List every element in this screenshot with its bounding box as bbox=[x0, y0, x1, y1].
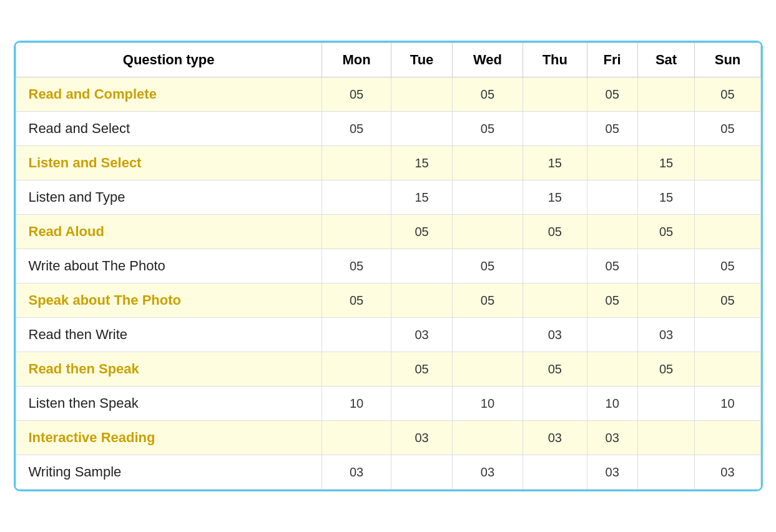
cell-3-thu: 15 bbox=[523, 180, 587, 215]
cell-9-tue bbox=[391, 387, 453, 421]
cell-2-mon bbox=[322, 146, 391, 180]
cell-0-mon: 05 bbox=[322, 77, 391, 112]
cell-1-thu bbox=[523, 112, 587, 146]
cell-8-tue: 05 bbox=[391, 352, 453, 387]
header-sat: Sat bbox=[637, 43, 695, 77]
question-type-label: Interactive Reading bbox=[16, 421, 322, 455]
cell-1-fri: 05 bbox=[587, 112, 637, 146]
cell-10-thu: 03 bbox=[523, 421, 587, 455]
table-row: Writing Sample03030303 bbox=[16, 455, 760, 490]
cell-1-sat bbox=[637, 112, 695, 146]
question-type-label: Read and Select bbox=[16, 112, 322, 146]
cell-2-tue: 15 bbox=[391, 146, 453, 180]
question-type-label: Listen then Speak bbox=[16, 387, 322, 421]
cell-4-sat: 05 bbox=[637, 215, 695, 249]
cell-7-tue: 03 bbox=[391, 318, 453, 352]
cell-4-fri bbox=[587, 215, 637, 249]
cell-6-mon: 05 bbox=[322, 283, 391, 318]
question-type-label: Read Aloud bbox=[16, 215, 322, 249]
header-wed: Wed bbox=[452, 43, 523, 77]
cell-7-fri bbox=[587, 318, 637, 352]
question-type-label: Writing Sample bbox=[16, 455, 322, 490]
cell-8-thu: 05 bbox=[523, 352, 587, 387]
cell-8-fri bbox=[587, 352, 637, 387]
cell-3-sun bbox=[695, 180, 760, 215]
cell-10-wed bbox=[452, 421, 523, 455]
cell-6-wed: 05 bbox=[452, 283, 523, 318]
cell-0-wed: 05 bbox=[452, 77, 523, 112]
header-question-type: Question type bbox=[16, 43, 322, 77]
cell-2-fri bbox=[587, 146, 637, 180]
cell-6-thu bbox=[523, 283, 587, 318]
cell-11-thu bbox=[523, 455, 587, 490]
table-row: Listen and Select151515 bbox=[16, 146, 760, 180]
header-sun: Sun bbox=[695, 43, 760, 77]
cell-11-mon: 03 bbox=[322, 455, 391, 490]
header-thu: Thu bbox=[523, 43, 587, 77]
cell-3-wed bbox=[452, 180, 523, 215]
cell-1-wed: 05 bbox=[452, 112, 523, 146]
table-row: Speak about The Photo05050505 bbox=[16, 283, 760, 318]
cell-4-sun bbox=[695, 215, 760, 249]
cell-7-wed bbox=[452, 318, 523, 352]
question-type-label: Read then Write bbox=[16, 318, 322, 352]
cell-4-thu: 05 bbox=[523, 215, 587, 249]
cell-0-tue bbox=[391, 77, 453, 112]
cell-1-sun: 05 bbox=[695, 112, 760, 146]
table-row: Interactive Reading030303 bbox=[16, 421, 760, 455]
question-type-label: Read and Complete bbox=[16, 77, 322, 112]
cell-2-sun bbox=[695, 146, 760, 180]
cell-4-wed bbox=[452, 215, 523, 249]
cell-6-sat bbox=[637, 283, 695, 318]
schedule-table-wrapper: Question typeMonTueWedThuFriSatSun Read … bbox=[14, 41, 763, 491]
question-type-label: Listen and Type bbox=[16, 180, 322, 215]
header-mon: Mon bbox=[322, 43, 391, 77]
table-row: Listen then Speak10101010 DET Practice Y… bbox=[16, 387, 760, 421]
cell-9-sun: 10 DET Practice Your most efficient prac… bbox=[695, 387, 760, 421]
cell-9-sat bbox=[637, 387, 695, 421]
cell-9-mon: 10 bbox=[322, 387, 391, 421]
cell-11-tue bbox=[391, 455, 453, 490]
cell-5-fri: 05 bbox=[587, 249, 637, 283]
cell-3-sat: 15 bbox=[637, 180, 695, 215]
cell-5-sun: 05 bbox=[695, 249, 760, 283]
cell-9-fri: 10 bbox=[587, 387, 637, 421]
cell-3-tue: 15 bbox=[391, 180, 453, 215]
cell-5-tue bbox=[391, 249, 453, 283]
cell-8-wed bbox=[452, 352, 523, 387]
cell-7-sat: 03 bbox=[637, 318, 695, 352]
cell-7-mon bbox=[322, 318, 391, 352]
cell-9-thu bbox=[523, 387, 587, 421]
header-fri: Fri bbox=[587, 43, 637, 77]
cell-8-sun bbox=[695, 352, 760, 387]
cell-0-sat bbox=[637, 77, 695, 112]
table-row: Read then Speak050505 bbox=[16, 352, 760, 387]
cell-6-sun: 05 bbox=[695, 283, 760, 318]
table-row: Read Aloud050505 bbox=[16, 215, 760, 249]
table-row: Read and Complete05050505 bbox=[16, 77, 760, 112]
cell-10-mon bbox=[322, 421, 391, 455]
cell-4-mon bbox=[322, 215, 391, 249]
cell-5-mon: 05 bbox=[322, 249, 391, 283]
table-row: Read and Select05050505 bbox=[16, 112, 760, 146]
cell-0-fri: 05 bbox=[587, 77, 637, 112]
cell-11-wed: 03 bbox=[452, 455, 523, 490]
cell-5-sat bbox=[637, 249, 695, 283]
cell-11-sat bbox=[637, 455, 695, 490]
cell-7-sun bbox=[695, 318, 760, 352]
question-type-label: Listen and Select bbox=[16, 146, 322, 180]
question-type-label: Speak about The Photo bbox=[16, 283, 322, 318]
header-tue: Tue bbox=[391, 43, 453, 77]
table-row: Listen and Type151515 bbox=[16, 180, 760, 215]
table-header-row: Question typeMonTueWedThuFriSatSun bbox=[16, 43, 760, 77]
cell-1-mon: 05 bbox=[322, 112, 391, 146]
schedule-table: Question typeMonTueWedThuFriSatSun Read … bbox=[16, 42, 761, 490]
cell-7-thu: 03 bbox=[523, 318, 587, 352]
cell-11-fri: 03 bbox=[587, 455, 637, 490]
table-row: Write about The Photo05050505 bbox=[16, 249, 760, 283]
cell-6-tue bbox=[391, 283, 453, 318]
cell-5-wed: 05 bbox=[452, 249, 523, 283]
cell-8-mon bbox=[322, 352, 391, 387]
cell-4-tue: 05 bbox=[391, 215, 453, 249]
cell-8-sat: 05 bbox=[637, 352, 695, 387]
